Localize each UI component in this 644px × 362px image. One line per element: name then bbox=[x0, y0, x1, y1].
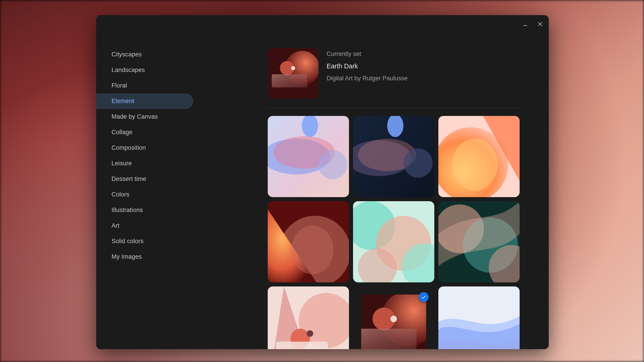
category-sidebar: CityscapesLandscapesFloralElementMade by… bbox=[96, 15, 193, 349]
sidebar-item-cityscapes[interactable]: Cityscapes bbox=[96, 47, 193, 62]
sidebar-item-composition[interactable]: Composition bbox=[96, 140, 193, 156]
sidebar-item-floral[interactable]: Floral bbox=[96, 78, 193, 93]
sidebar-item-label: Collage bbox=[112, 129, 132, 136]
sidebar-item-leisure[interactable]: Leisure bbox=[96, 156, 193, 171]
svg-point-3 bbox=[291, 66, 295, 70]
sidebar-item-label: Made by Canvas bbox=[112, 113, 158, 120]
svg-rect-4 bbox=[272, 74, 308, 87]
wallpaper-tile-air-light[interactable] bbox=[438, 287, 520, 349]
sidebar-item-label: Element bbox=[112, 98, 134, 105]
wallpaper-grid bbox=[268, 116, 520, 349]
main-panel: Currently set Earth Dark Digital Art by … bbox=[268, 48, 520, 349]
sidebar-item-label: My Images bbox=[112, 253, 142, 260]
sidebar-item-dessert-time[interactable]: Dessert time bbox=[96, 171, 193, 187]
wallpaper-tile-earth-light[interactable] bbox=[268, 287, 349, 349]
divider bbox=[268, 108, 520, 108]
wallpaper-tile-water-dark[interactable] bbox=[353, 116, 434, 197]
wallpaper-tile-wind-light[interactable] bbox=[353, 201, 434, 282]
sidebar-item-label: Illustrations bbox=[112, 207, 143, 214]
sidebar-item-solid-colors[interactable]: Solid colors bbox=[96, 233, 193, 249]
sidebar-item-label: Dessert time bbox=[112, 175, 146, 182]
sidebar-item-collage[interactable]: Collage bbox=[96, 124, 193, 140]
minimize-icon bbox=[522, 20, 528, 27]
svg-point-33 bbox=[307, 330, 313, 337]
svg-point-13 bbox=[403, 148, 433, 178]
svg-rect-39 bbox=[360, 329, 416, 349]
svg-point-20 bbox=[291, 226, 334, 274]
sidebar-item-landscapes[interactable]: Landscapes bbox=[96, 62, 193, 78]
currently-set-subtitle: Digital Art by Rutger Paulusse bbox=[327, 75, 408, 82]
svg-point-8 bbox=[318, 150, 348, 179]
sidebar-item-label: Landscapes bbox=[112, 66, 145, 73]
close-button[interactable] bbox=[536, 20, 544, 28]
sidebar-item-made-by-canvas[interactable]: Made by Canvas bbox=[96, 109, 193, 124]
wallpaper-tile-water-light[interactable] bbox=[268, 116, 349, 197]
wallpaper-tile-fire-dark[interactable] bbox=[268, 201, 349, 282]
currently-set-title: Earth Dark bbox=[327, 62, 408, 70]
check-icon bbox=[421, 294, 426, 300]
wallpaper-tile-wind-dark[interactable] bbox=[438, 201, 520, 282]
wallpaper-picker-window: CityscapesLandscapesFloralElementMade by… bbox=[96, 15, 549, 349]
svg-point-38 bbox=[390, 316, 397, 322]
selected-badge bbox=[419, 292, 429, 302]
currently-set-thumbnail bbox=[268, 48, 318, 99]
sidebar-item-colors[interactable]: Colors bbox=[96, 187, 193, 202]
close-icon bbox=[537, 20, 543, 27]
sidebar-item-art[interactable]: Art bbox=[96, 218, 193, 233]
svg-point-17 bbox=[452, 139, 498, 191]
currently-set-row: Currently set Earth Dark Digital Art by … bbox=[268, 48, 520, 99]
sidebar-item-label: Colors bbox=[112, 191, 129, 198]
sidebar-item-label: Art bbox=[112, 222, 120, 229]
sidebar-item-label: Floral bbox=[112, 82, 127, 89]
sidebar-item-my-images[interactable]: My Images bbox=[96, 249, 193, 265]
sidebar-item-label: Solid colors bbox=[112, 238, 144, 245]
sidebar-item-label: Leisure bbox=[112, 160, 132, 167]
sidebar-item-label: Composition bbox=[112, 144, 146, 151]
window-titlebar bbox=[521, 20, 544, 28]
minimize-button[interactable] bbox=[521, 20, 529, 28]
sidebar-item-element[interactable]: Element bbox=[96, 93, 193, 109]
wallpaper-tile-fire-light[interactable] bbox=[438, 116, 520, 197]
currently-set-label: Currently set bbox=[327, 50, 408, 57]
sidebar-item-illustrations[interactable]: Illustrations bbox=[96, 202, 193, 218]
currently-set-meta: Currently set Earth Dark Digital Art by … bbox=[327, 48, 408, 82]
sidebar-item-label: Cityscapes bbox=[112, 51, 142, 58]
wallpaper-tile-earth-dark[interactable] bbox=[353, 287, 434, 349]
svg-rect-34 bbox=[276, 342, 328, 349]
